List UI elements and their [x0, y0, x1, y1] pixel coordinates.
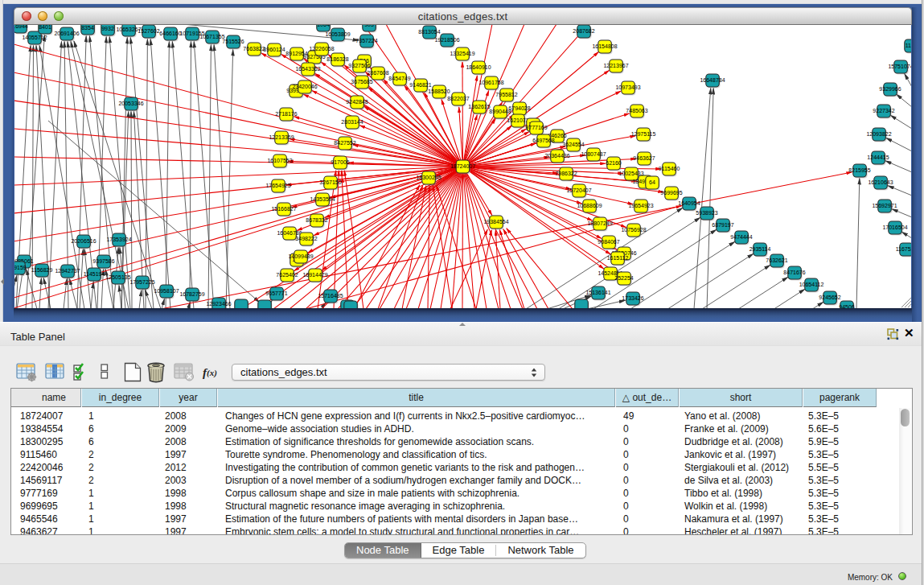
- svg-text:23420046: 23420046: [292, 84, 317, 89]
- svg-text:9932: 9932: [101, 26, 114, 31]
- svg-text:2087682: 2087682: [573, 28, 594, 34]
- svg-text:8215955: 8215955: [848, 167, 870, 173]
- svg-text:39159: 39159: [14, 265, 27, 270]
- svg-text:12942737: 12942737: [55, 268, 80, 274]
- svg-text:15716485: 15716485: [318, 293, 343, 299]
- svg-text:2803144: 2803144: [341, 119, 363, 125]
- svg-text:14353594: 14353594: [310, 196, 335, 202]
- svg-text:9657771: 9657771: [265, 290, 287, 296]
- svg-text:16107553: 16107553: [267, 158, 292, 163]
- svg-text:1064: 1064: [317, 25, 330, 27]
- svg-text:3675685: 3675685: [351, 79, 372, 84]
- svg-text:16154808: 16154808: [592, 43, 617, 49]
- svg-text:13325419: 13325419: [450, 51, 474, 56]
- svg-text:1167534: 1167534: [896, 246, 911, 252]
- svg-text:8354: 8354: [81, 25, 94, 31]
- svg-text:3624554: 3624554: [562, 142, 584, 147]
- svg-text:12505135: 12505135: [105, 274, 130, 280]
- svg-text:9777169: 9777169: [525, 125, 547, 130]
- svg-text:12213369: 12213369: [269, 134, 294, 140]
- svg-text:12093822: 12093822: [866, 131, 891, 137]
- svg-text:10756928: 10756928: [621, 227, 646, 233]
- svg-text:14055712: 14055712: [22, 35, 47, 40]
- svg-text:7357224: 7357224: [355, 38, 377, 43]
- svg-text:15136141: 15136141: [585, 290, 610, 295]
- svg-text:7485063: 7485063: [626, 108, 647, 113]
- svg-text:8427552: 8427552: [334, 140, 355, 146]
- svg-text:16914479: 16914479: [302, 272, 327, 278]
- svg-text:10654112: 10654112: [799, 282, 824, 287]
- svg-text:15751074: 15751074: [888, 64, 911, 69]
- svg-text:16648784: 16648784: [700, 77, 725, 83]
- svg-text:19654923: 19654923: [628, 203, 653, 208]
- svg-text:9463627: 9463627: [633, 155, 655, 161]
- svg-text:2935114: 2935114: [749, 246, 771, 252]
- svg-text:15692971: 15692971: [872, 203, 897, 208]
- svg-text:16944: 16944: [14, 25, 28, 29]
- svg-text:1117: 1117: [906, 43, 911, 48]
- svg-text:12975115: 12975115: [631, 131, 656, 137]
- svg-text:6794028: 6794028: [508, 105, 530, 111]
- svg-text:1588520: 1588520: [428, 89, 450, 94]
- svg-text:7986322: 7986322: [555, 171, 577, 176]
- svg-text:1733426: 1733426: [622, 295, 643, 301]
- svg-text:10807487: 10807487: [581, 151, 606, 157]
- svg-text:7625402: 7625402: [276, 272, 298, 278]
- svg-text:10961758: 10961758: [478, 80, 503, 85]
- svg-text:10671355: 10671355: [199, 34, 224, 39]
- svg-text:12213967: 12213967: [603, 63, 628, 68]
- svg-text:3498222: 3498222: [295, 236, 317, 241]
- svg-text:1615112: 1615112: [607, 255, 629, 261]
- svg-text:9242848: 9242848: [346, 99, 368, 105]
- svg-text:17016504: 17016504: [882, 225, 907, 230]
- svg-text:12226058: 12226058: [309, 46, 334, 51]
- svg-text:16543362: 16543362: [295, 66, 320, 72]
- svg-text:10973493: 10973493: [615, 84, 640, 90]
- svg-text:64: 64: [649, 179, 655, 185]
- svg-text:14099489: 14099489: [288, 253, 313, 259]
- svg-text:6497568: 6497568: [532, 138, 554, 143]
- svg-text:16046786: 16046786: [277, 230, 302, 236]
- svg-text:6466160: 6466160: [159, 31, 181, 36]
- svg-text:15166827: 15166827: [271, 206, 296, 212]
- svg-text:17654925: 17654925: [265, 183, 290, 188]
- svg-text:16210643: 16210643: [868, 179, 893, 185]
- svg-text:9327506: 9327506: [348, 63, 370, 68]
- svg-text:8822037: 8822037: [447, 96, 469, 101]
- svg-text:9227342: 9227342: [873, 108, 894, 113]
- svg-text:9245652: 9245652: [819, 295, 840, 300]
- svg-text:5938923: 5938923: [696, 210, 717, 216]
- svg-text:20053346: 20053346: [118, 101, 143, 106]
- svg-text:18640910: 18640910: [466, 64, 491, 70]
- svg-text:18724007: 18724007: [450, 163, 475, 169]
- svg-text:20691406: 20691406: [54, 31, 79, 36]
- svg-text:19218506: 19218506: [434, 37, 459, 43]
- svg-text:1527602: 1527602: [138, 28, 159, 34]
- svg-text:9329966: 9329966: [879, 86, 901, 92]
- svg-text:20364436: 20364436: [544, 153, 569, 159]
- svg-text:9146821: 9146821: [409, 82, 431, 88]
- svg-text:9115460: 9115460: [659, 166, 680, 171]
- svg-text:7955812: 7955812: [495, 92, 517, 97]
- svg-text:1621072: 1621072: [507, 117, 528, 123]
- svg-text:8813054: 8813054: [418, 29, 440, 35]
- svg-text:18300295: 18300295: [416, 175, 441, 180]
- svg-text:1640954: 1640954: [678, 200, 700, 206]
- svg-text:12923466: 12923466: [206, 301, 231, 307]
- svg-text:1145194: 1145194: [84, 271, 105, 277]
- svg-text:7663822: 7663822: [243, 46, 265, 51]
- svg-text:18807249: 18807249: [587, 220, 612, 226]
- svg-text:7632621: 7632621: [766, 257, 787, 263]
- svg-text:8960124: 8960124: [263, 47, 285, 52]
- svg-text:2867608: 2867608: [367, 70, 388, 76]
- svg-text:17353924: 17353924: [106, 237, 131, 242]
- svg-text:2718176: 2718176: [275, 111, 297, 117]
- svg-text:(x): (x): [207, 368, 217, 378]
- svg-text:10688609: 10688609: [577, 203, 602, 208]
- svg-text:1244415: 1244415: [867, 154, 889, 160]
- svg-text:16782759: 16782759: [179, 291, 204, 297]
- svg-text:9084067: 9084067: [598, 239, 619, 245]
- svg-text:10958107: 10958107: [154, 288, 179, 294]
- svg-text:9699695: 9699695: [660, 190, 682, 196]
- svg-text:3267150: 3267150: [319, 179, 341, 185]
